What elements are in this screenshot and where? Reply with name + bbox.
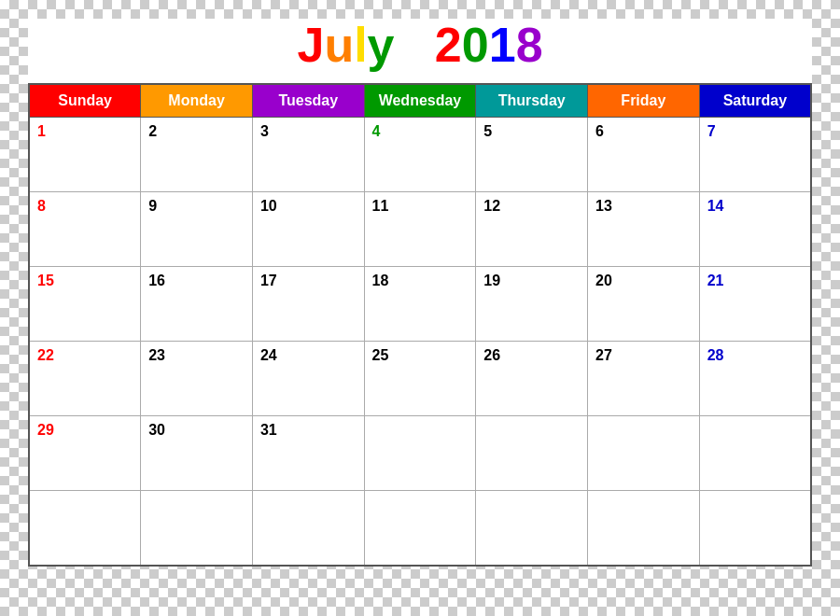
calendar-cell: 14 (699, 192, 811, 267)
calendar-cell (252, 491, 364, 566)
calendar-cell: 20 (588, 267, 700, 342)
year-1: 1 (489, 18, 516, 72)
day-number: 1 (37, 123, 46, 140)
calendar-title: July 2018 (28, 19, 812, 72)
day-number: 14 (707, 198, 724, 215)
calendar-cell: 15 (29, 267, 141, 342)
calendar-cell: 2 (141, 118, 253, 192)
calendar-cell: 21 (699, 267, 811, 342)
day-number: 7 (707, 123, 716, 140)
day-number: 16 (148, 273, 165, 289)
calendar-cell: 23 (141, 342, 253, 416)
day-number: 31 (260, 422, 277, 439)
calendar-week-row: 22232425262728 (29, 342, 811, 416)
day-number: 8 (37, 198, 46, 215)
header-friday: Friday (588, 84, 700, 118)
day-number: 5 (483, 123, 492, 140)
day-number: 15 (37, 273, 54, 289)
day-number: 20 (595, 273, 612, 289)
calendar-cell: 18 (364, 267, 476, 342)
header-monday: Monday (141, 84, 253, 118)
day-number: 2 (148, 123, 157, 140)
calendar-cell (476, 491, 588, 566)
month-title: J (297, 18, 324, 72)
calendar-cell (364, 491, 476, 566)
day-number: 27 (595, 347, 612, 364)
day-number: 22 (37, 347, 54, 364)
calendar-week-row: 1234567 (29, 118, 811, 192)
year-2a: 2 (435, 18, 462, 72)
calendar-cell: 9 (141, 192, 253, 267)
header-tuesday: Tuesday (252, 84, 364, 118)
day-number: 26 (483, 347, 500, 364)
calendar-cell: 3 (252, 118, 364, 192)
calendar-cell: 30 (141, 416, 253, 491)
calendar-cell: 4 (364, 118, 476, 192)
calendar-cell: 1 (29, 118, 141, 192)
day-number: 24 (260, 347, 277, 364)
calendar-cell: 7 (699, 118, 811, 192)
calendar-cell (476, 416, 588, 491)
day-number: 12 (483, 198, 500, 215)
calendar-cell: 28 (699, 342, 811, 416)
calendar-cell: 26 (476, 342, 588, 416)
calendar-cell: 29 (29, 416, 141, 491)
calendar-cell: 24 (252, 342, 364, 416)
month-u: u (324, 18, 354, 72)
header-wednesday: Wednesday (364, 84, 476, 118)
header-saturday: Saturday (699, 84, 811, 118)
calendar-container: July 2018 SundayMondayTuesdayWednesdayTh… (28, 19, 812, 567)
day-number: 21 (707, 273, 724, 289)
calendar-cell: 19 (476, 267, 588, 342)
calendar-cell (699, 416, 811, 491)
day-number: 10 (260, 198, 277, 215)
year-0: 0 (462, 18, 489, 72)
calendar-week-row: 293031 (29, 416, 811, 491)
day-number: 30 (148, 422, 165, 439)
day-number: 3 (260, 123, 269, 140)
calendar-cell: 8 (29, 192, 141, 267)
calendar-cell: 17 (252, 267, 364, 342)
month-l: l (354, 18, 367, 72)
day-number: 9 (148, 198, 157, 215)
day-number: 28 (707, 347, 724, 364)
day-number: 18 (372, 273, 389, 289)
year-8: 8 (516, 18, 543, 72)
header-sunday: Sunday (29, 84, 141, 118)
day-number: 25 (372, 347, 389, 364)
calendar-cell (699, 491, 811, 566)
calendar-cell: 22 (29, 342, 141, 416)
calendar-cell: 12 (476, 192, 588, 267)
calendar-cell (588, 491, 700, 566)
month-y: y (368, 18, 395, 72)
calendar-body: 1234567891011121314151617181920212223242… (29, 118, 811, 566)
calendar-cell (364, 416, 476, 491)
day-number: 19 (483, 273, 500, 289)
calendar-table: SundayMondayTuesdayWednesdayThursdayFrid… (28, 83, 812, 567)
calendar-cell: 27 (588, 342, 700, 416)
day-number: 29 (37, 422, 54, 439)
calendar-cell (141, 491, 253, 566)
calendar-cell: 11 (364, 192, 476, 267)
calendar-week-row: 891011121314 (29, 192, 811, 267)
calendar-cell: 5 (476, 118, 588, 192)
calendar-week-row (29, 491, 811, 566)
day-number: 23 (148, 347, 165, 364)
calendar-cell: 16 (141, 267, 253, 342)
day-number: 11 (372, 198, 389, 215)
day-number: 17 (260, 273, 277, 289)
calendar-cell: 10 (252, 192, 364, 267)
day-number: 13 (595, 198, 612, 215)
calendar-cell: 6 (588, 118, 700, 192)
calendar-header-row: SundayMondayTuesdayWednesdayThursdayFrid… (29, 84, 811, 118)
calendar-cell (588, 416, 700, 491)
calendar-cell: 31 (252, 416, 364, 491)
calendar-cell: 25 (364, 342, 476, 416)
calendar-cell (29, 491, 141, 566)
calendar-cell: 13 (588, 192, 700, 267)
header-thursday: Thursday (476, 84, 588, 118)
day-number: 4 (372, 123, 381, 140)
day-number: 6 (595, 123, 604, 140)
calendar-week-row: 15161718192021 (29, 267, 811, 342)
